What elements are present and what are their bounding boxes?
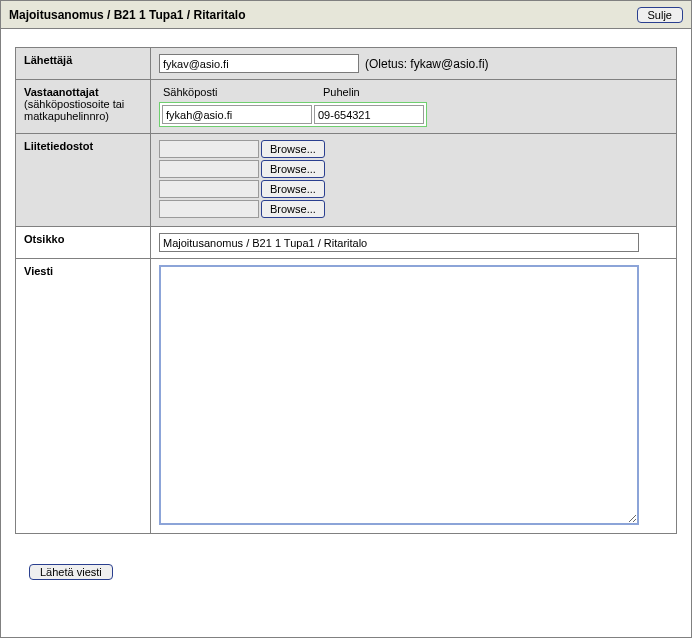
- row-attachments: Liitetiedostot Browse... Browse... Brows…: [16, 134, 677, 227]
- browse-button-4[interactable]: Browse...: [261, 200, 325, 218]
- titlebar: Majoitusanomus / B21 1 Tupa1 / Ritarital…: [1, 1, 691, 29]
- cell-attachments: Browse... Browse... Browse... Browse...: [151, 134, 677, 227]
- send-row: Lähetä viesti: [15, 564, 677, 580]
- label-recipients-text: Vastaanottajat: [24, 86, 99, 98]
- label-message: Viesti: [16, 259, 151, 534]
- file-row-1: Browse...: [159, 140, 668, 158]
- browse-button-1[interactable]: Browse...: [261, 140, 325, 158]
- dialog-window: Majoitusanomus / B21 1 Tupa1 / Ritarital…: [0, 0, 692, 638]
- message-textarea[interactable]: [159, 265, 639, 525]
- send-button[interactable]: Lähetä viesti: [29, 564, 113, 580]
- recipients-email-header: Sähköposti: [163, 86, 313, 98]
- file-row-4: Browse...: [159, 200, 668, 218]
- sender-input[interactable]: [159, 54, 359, 73]
- file-row-3: Browse...: [159, 180, 668, 198]
- subject-input[interactable]: [159, 233, 639, 252]
- file-display-4: [159, 200, 259, 218]
- label-sender: Lähettäjä: [16, 48, 151, 80]
- recipients-input-group: [159, 102, 427, 127]
- cell-message: [151, 259, 677, 534]
- row-sender: Lähettäjä (Oletus: fykaw@asio.fi): [16, 48, 677, 80]
- recipient-email-input[interactable]: [162, 105, 312, 124]
- file-display-3: [159, 180, 259, 198]
- recipient-phone-input[interactable]: [314, 105, 424, 124]
- sender-default-note: (Oletus: fykaw@asio.fi): [365, 57, 489, 71]
- label-recipients: Vastaanottajat (sähköpostiosoite tai mat…: [16, 80, 151, 134]
- cell-subject: [151, 227, 677, 259]
- form-table: Lähettäjä (Oletus: fykaw@asio.fi) Vastaa…: [15, 47, 677, 534]
- row-message: Viesti: [16, 259, 677, 534]
- label-attachments: Liitetiedostot: [16, 134, 151, 227]
- browse-button-3[interactable]: Browse...: [261, 180, 325, 198]
- cell-sender: (Oletus: fykaw@asio.fi): [151, 48, 677, 80]
- close-button[interactable]: Sulje: [637, 7, 683, 23]
- file-row-2: Browse...: [159, 160, 668, 178]
- recipients-phone-header: Puhelin: [323, 86, 433, 98]
- label-recipients-sub: (sähköpostiosoite tai matkapuhelinnro): [24, 98, 124, 122]
- browse-button-2[interactable]: Browse...: [261, 160, 325, 178]
- dialog-title: Majoitusanomus / B21 1 Tupa1 / Ritarital…: [9, 8, 246, 22]
- file-display-2: [159, 160, 259, 178]
- row-recipients: Vastaanottajat (sähköpostiosoite tai mat…: [16, 80, 677, 134]
- label-subject: Otsikko: [16, 227, 151, 259]
- file-display-1: [159, 140, 259, 158]
- row-subject: Otsikko: [16, 227, 677, 259]
- cell-recipients: Sähköposti Puhelin: [151, 80, 677, 134]
- dialog-content: Lähettäjä (Oletus: fykaw@asio.fi) Vastaa…: [1, 29, 691, 590]
